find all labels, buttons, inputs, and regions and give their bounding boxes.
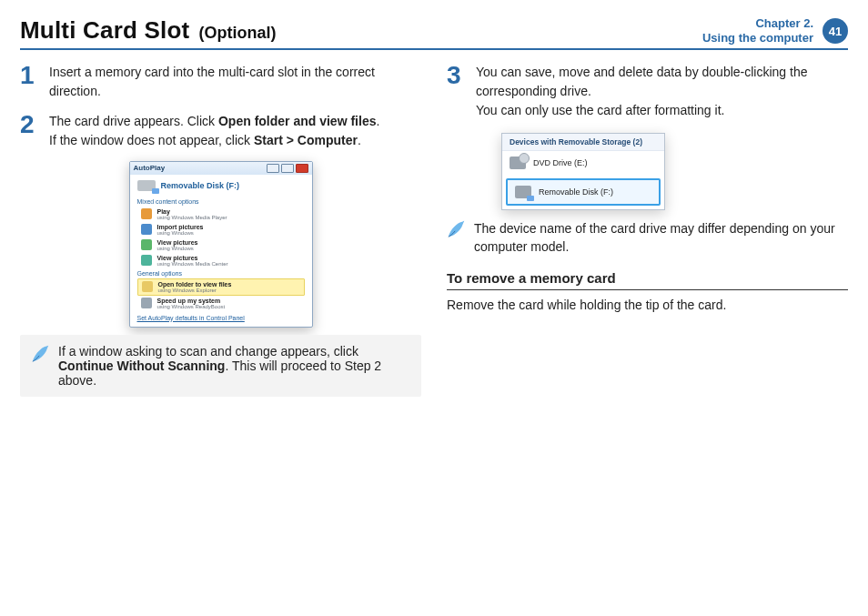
step-2-text: The card drive appears. Click Open folde… xyxy=(49,112,379,150)
readyboost-icon xyxy=(141,298,152,308)
scan-note-b: Continue Without Scanning xyxy=(58,358,225,373)
right-column: 3 You can save, move and delete data by … xyxy=(447,63,848,397)
page-subtitle: (Optional) xyxy=(198,24,276,43)
device-removable: Removable Disk (F:) xyxy=(506,178,661,206)
step-3-line2: You can only use the card after formatti… xyxy=(476,103,724,117)
autoplay-footer-link: Set AutoPlay defaults in Control Panel xyxy=(130,311,312,327)
step-2-line2c: . xyxy=(358,133,361,147)
autoplay-row-play: Playusing Windows Media Player xyxy=(137,207,305,222)
autoplay-titlebar: AutoPlay xyxy=(130,162,312,175)
minimize-icon xyxy=(267,164,279,173)
window-buttons xyxy=(267,164,308,173)
page-number-badge: 41 xyxy=(823,18,848,44)
step-2-line2a: If the window does not appear, click xyxy=(49,133,254,147)
autoplay-row-play-l2: using Windows Media Player xyxy=(157,215,227,220)
remove-card-heading: To remove a memory card xyxy=(447,270,848,290)
media-player-icon xyxy=(141,208,152,219)
step-2-number: 2 xyxy=(20,112,40,150)
scan-note-a: If a window asking to scan and change ap… xyxy=(58,344,358,358)
autoplay-row-view2-l1: View pictures xyxy=(157,255,228,261)
remove-card-text: Remove the card while holding the tip of… xyxy=(447,298,848,312)
step-2-line1b: Open folder and view files xyxy=(218,114,376,128)
chapter-line-1: Chapter 2. xyxy=(702,16,813,31)
device-removable-label: Removable Disk (F:) xyxy=(539,187,613,197)
autoplay-row-readyboost: Speed up my systemusing Windows ReadyBoo… xyxy=(137,296,305,311)
step-1-text: Insert a memory card into the multi-card… xyxy=(49,63,421,101)
autoplay-row-view1-l2: using Windows xyxy=(157,246,198,251)
autoplay-row-open-l1: Open folder to view files xyxy=(158,281,232,288)
autoplay-row-import-l1: Import pictures xyxy=(157,224,204,230)
close-icon xyxy=(296,164,308,173)
autoplay-row-view1: View picturesusing Windows xyxy=(137,237,305,253)
removable-disk-icon xyxy=(515,186,531,198)
autoplay-row-boost-l2: using Windows ReadyBoost xyxy=(157,304,226,309)
autoplay-general-header: General options xyxy=(137,270,305,277)
left-column: 1 Insert a memory card into the multi-ca… xyxy=(20,63,421,397)
media-center-icon xyxy=(141,255,152,266)
device-name-note: The device name of the card drive may di… xyxy=(447,219,848,257)
maximize-icon xyxy=(281,164,294,173)
step-2: 2 The card drive appears. Click Open fol… xyxy=(20,112,421,150)
autoplay-row-boost-l1: Speed up my system xyxy=(157,298,226,304)
device-name-note-text: The device name of the card drive may di… xyxy=(474,219,848,257)
autoplay-row-open-l2: using Windows Explorer xyxy=(158,288,232,293)
pictures-icon xyxy=(141,239,152,250)
chapter-label: Chapter 2. Using the computer xyxy=(702,16,813,46)
autoplay-row-import: Import picturesusing Windows xyxy=(137,222,305,237)
step-3-text: You can save, move and delete data by do… xyxy=(476,63,848,120)
scan-note: If a window asking to scan and change ap… xyxy=(20,335,421,397)
note-icon xyxy=(447,219,467,257)
step-3-number: 3 xyxy=(447,63,467,120)
autoplay-window: AutoPlay Removable Disk (F:) Mixed conte… xyxy=(129,161,313,328)
page-title: Multi Card Slot xyxy=(20,16,189,45)
chapter-line-2: Using the computer xyxy=(702,31,813,45)
autoplay-mixed-header: Mixed content options xyxy=(137,198,305,205)
dvd-drive-icon xyxy=(510,157,526,169)
autoplay-row-play-l1: Play xyxy=(157,208,227,215)
autoplay-row-view2: View picturesusing Windows Media Center xyxy=(137,253,305,268)
autoplay-row-import-l2: using Windows xyxy=(157,230,204,236)
step-3-line1: You can save, move and delete data by do… xyxy=(476,65,808,98)
autoplay-row-view2-l2: using Windows Media Center xyxy=(157,261,228,267)
folder-icon xyxy=(142,281,153,292)
drive-icon xyxy=(137,180,156,191)
scan-note-text: If a window asking to scan and change ap… xyxy=(58,344,410,388)
step-1: 1 Insert a memory card into the multi-ca… xyxy=(20,63,421,101)
autoplay-row-view1-l1: View pictures xyxy=(157,239,198,246)
devices-box: Devices with Removable Storage (2) DVD D… xyxy=(501,133,665,210)
step-2-line2b: Start > Computer xyxy=(254,133,358,147)
page-header: Multi Card Slot (Optional) Chapter 2. Us… xyxy=(20,16,848,50)
step-2-line1a: The card drive appears. Click xyxy=(49,114,218,128)
note-icon xyxy=(31,344,51,388)
autoplay-title: AutoPlay xyxy=(134,164,166,172)
autoplay-row-openfolder: Open folder to view filesusing Windows E… xyxy=(137,278,305,296)
step-2-line1c: . xyxy=(376,114,379,128)
autoplay-drive-header: Removable Disk (F:) xyxy=(130,175,312,197)
step-1-number: 1 xyxy=(20,63,40,101)
step-3: 3 You can save, move and delete data by … xyxy=(447,63,848,120)
device-dvd-label: DVD Drive (E:) xyxy=(533,158,588,167)
devices-header: Devices with Removable Storage (2) xyxy=(502,134,664,151)
import-icon xyxy=(141,224,152,235)
autoplay-drive-name: Removable Disk (F:) xyxy=(161,181,240,190)
device-dvd: DVD Drive (E:) xyxy=(502,151,664,175)
